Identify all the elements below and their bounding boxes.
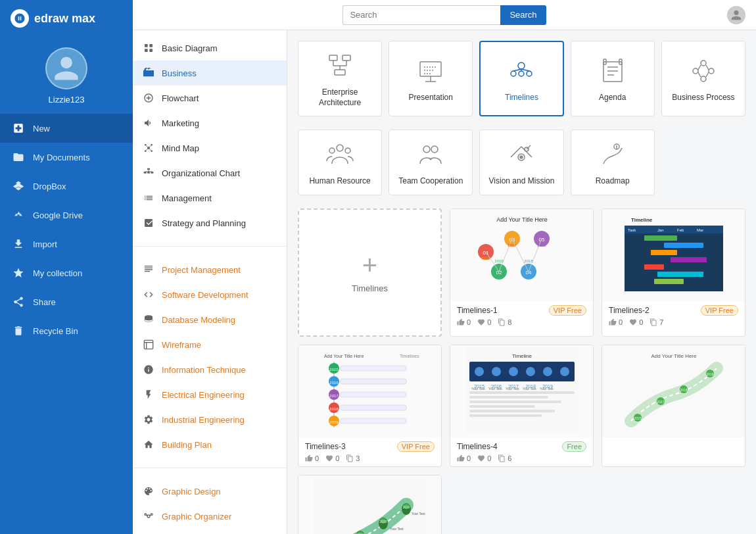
middle-item-strategy-planning[interactable]: Strategy and Planning	[133, 210, 287, 235]
sidebar-item-import[interactable]: Import	[0, 230, 133, 258]
svg-line-12	[149, 149, 151, 150]
middle-item-software-development[interactable]: Software Development	[133, 282, 287, 307]
new-icon	[12, 122, 25, 135]
svg-text:2016: 2016	[494, 259, 504, 263]
electrical-engineering-label: Electrical Engineering	[162, 390, 245, 400]
logo-area: edraw max	[0, 0, 133, 37]
search-input[interactable]	[343, 5, 500, 25]
svg-rect-29	[343, 55, 350, 61]
category-agenda[interactable]: Agenda	[571, 41, 655, 116]
middle-item-project-management[interactable]: Project Management	[133, 257, 287, 282]
management-icon	[142, 191, 155, 205]
svg-point-64	[329, 148, 335, 153]
sidebar-item-dropbox[interactable]: DropBox	[0, 172, 133, 201]
svg-rect-105	[644, 264, 664, 270]
sidebar-item-my-documents[interactable]: My Documents	[0, 143, 133, 172]
template-card-placeholder[interactable]: Add Your Title Here 2015 2017 2018	[602, 345, 745, 467]
svg-point-57	[709, 68, 714, 74]
category-business-process[interactable]: Business Process	[661, 41, 745, 116]
timelines-3-badge: VIP Free	[397, 441, 435, 452]
svg-text:2015: 2015	[329, 368, 339, 372]
graphic-organizer-icon	[142, 510, 155, 523]
middle-item-management[interactable]: Management	[133, 185, 287, 210]
middle-item-wireframe[interactable]: Wireframe	[133, 332, 287, 357]
category-human-resource[interactable]: Human Resource	[298, 130, 382, 195]
timelines-2-image: Timeline Task Jan Feb Mar	[602, 209, 745, 301]
middle-item-basic-diagram[interactable]: Basic Diagram	[133, 36, 287, 61]
middle-item-database-modeling[interactable]: Database Modeling	[133, 307, 287, 332]
sidebar-item-google-drive[interactable]: Google Drive	[0, 201, 133, 230]
middle-item-flowchart[interactable]: Flowchart	[133, 85, 287, 110]
svg-rect-140	[469, 391, 575, 394]
svg-rect-119	[341, 392, 406, 397]
middle-item-information-technique[interactable]: Information Technique	[133, 357, 287, 382]
search-button[interactable]: Search	[500, 5, 546, 25]
svg-point-6	[151, 144, 153, 146]
timelines-3-image: Add Your Title Here Timelines 2015 2016	[298, 345, 441, 437]
category-roadmap[interactable]: Roadmap	[571, 130, 655, 195]
marketing-icon	[142, 116, 155, 130]
category-vision-mission[interactable]: Vision and Mission	[479, 130, 563, 195]
user-profile: Lizzie123	[0, 37, 133, 114]
middle-item-marketing[interactable]: Marketing	[133, 110, 287, 135]
category-presentation[interactable]: Presentation	[389, 41, 473, 116]
middle-item-building-plan[interactable]: Building Plan	[133, 432, 287, 457]
timelines-4-hearts: 0	[477, 454, 491, 462]
timelines-2-stats: 0 0 7	[609, 318, 738, 326]
svg-text:Timelines: Timelines	[400, 354, 419, 358]
sidebar-item-my-collection[interactable]: My collection	[0, 258, 133, 287]
timelines-3-likes: 0	[305, 454, 319, 462]
template-card-timelines-3[interactable]: Add Your Title Here Timelines 2015 2016	[298, 345, 442, 467]
timelines-4-stats: 0 0 6	[457, 454, 586, 462]
category-enterprise-architecture[interactable]: Enterprise Architecture	[298, 41, 382, 116]
middle-item-electrical-engineering[interactable]: Electrical Engineering	[133, 382, 287, 407]
my-documents-icon	[12, 151, 25, 164]
sidebar-item-share[interactable]: Share	[0, 287, 133, 316]
svg-point-42	[511, 71, 516, 76]
template-card-timelines-4[interactable]: Timeline 2015 2016 2017	[450, 345, 594, 467]
header-user-icon[interactable]	[727, 6, 745, 24]
new-template-card[interactable]: + Timelines	[298, 208, 442, 337]
my-collection-icon	[12, 266, 25, 279]
template-card-timelines-1[interactable]: Add Your Title Here 01 03 05 02 04	[450, 208, 594, 337]
middle-item-business[interactable]: Business	[133, 61, 287, 85]
presentation-label: Presentation	[409, 93, 453, 103]
business-icon	[142, 66, 155, 80]
import-icon	[12, 237, 25, 251]
svg-text:Add Your Title Here: Add Your Title Here	[496, 216, 548, 223]
category-team-cooperation[interactable]: Team Cooperation	[389, 130, 473, 195]
avatar	[45, 47, 87, 89]
svg-text:Your Text: Your Text	[488, 387, 502, 391]
timelines-3-copies: 3	[346, 454, 360, 462]
svg-rect-3	[149, 49, 153, 52]
timelines-1-hearts-count: 0	[487, 318, 491, 326]
middle-item-mind-map[interactable]: Mind Map	[133, 135, 287, 160]
sidebar-item-recycle-bin[interactable]: Recycle Bin	[0, 316, 133, 345]
svg-text:Task: Task	[628, 228, 636, 232]
svg-text:Feb: Feb	[677, 228, 684, 232]
middle-item-industrial-engineering[interactable]: Industrial Engineering	[133, 407, 287, 432]
timelines-1-likes-count: 0	[467, 318, 471, 326]
logo-icon	[11, 9, 29, 28]
middle-item-graphic-organizer[interactable]: Graphic Organizer	[133, 504, 287, 529]
sidebar-item-new[interactable]: New	[0, 114, 133, 143]
svg-rect-102	[664, 243, 703, 248]
agenda-icon	[596, 55, 629, 87]
business-process-label: Business Process	[672, 93, 734, 103]
electrical-engineering-icon	[142, 388, 155, 401]
middle-item-infographic[interactable]: Infographic	[133, 529, 287, 534]
middle-item-organizational-chart[interactable]: Organizational Chart	[133, 160, 287, 185]
vision-mission-label: Vision and Mission	[489, 176, 555, 187]
middle-item-graphic-design[interactable]: Graphic Design	[133, 479, 287, 504]
category-timelines[interactable]: Timelines	[479, 41, 563, 116]
basic-diagram-icon	[142, 41, 155, 55]
dropbox-icon	[12, 180, 25, 193]
middle-section-2: Project Management Software Development …	[133, 252, 287, 462]
business-process-icon	[687, 55, 720, 87]
svg-text:Your Text: Your Text	[471, 387, 485, 391]
svg-text:Your Text: Your Text	[523, 387, 536, 391]
template-card-timelines-2[interactable]: Timeline Task Jan Feb Mar	[602, 208, 745, 337]
strategy-planning-label: Strategy and Planning	[162, 218, 246, 228]
template-card-timelines-5[interactable]: 2015 2017 2018 2019	[298, 475, 442, 534]
svg-point-67	[431, 146, 438, 153]
